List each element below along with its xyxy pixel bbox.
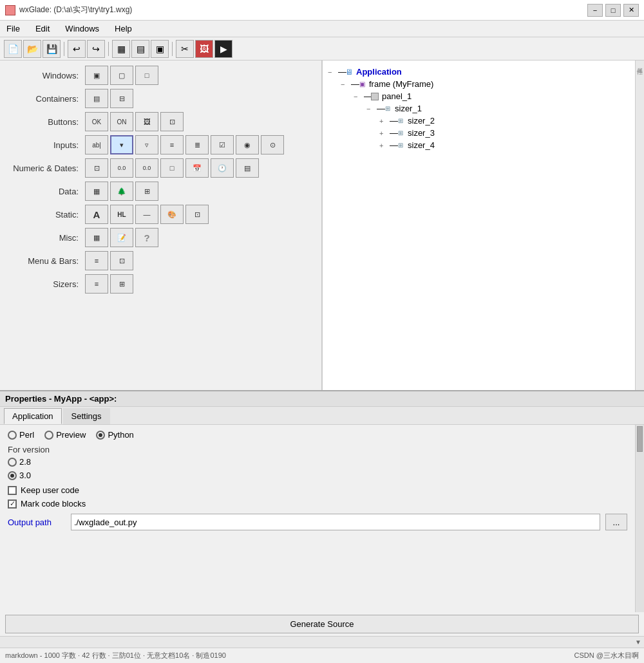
palette-splitter-btn[interactable]: ⊟ [110,89,133,108]
palette-gauge[interactable]: □ [160,158,184,178]
palette-toolbar-btn[interactable]: ⊡ [110,251,133,270]
palette-timepicker[interactable]: 🕐 [211,158,234,178]
menu-windows[interactable]: Windows [62,23,102,35]
palette-listbox[interactable]: ≣ [185,135,209,154]
palette-frame-btn[interactable]: ▣ [85,66,108,85]
palette-numctrl[interactable]: ▤ [236,158,259,178]
palette-btn-gen[interactable]: ⊡ [160,112,184,131]
generate-source-button[interactable]: Generate Source [5,615,639,633]
palette-staticline-v[interactable]: — [135,205,158,224]
radio-preview-label: Preview [56,430,86,440]
keep-user-code-row: Keep user code [8,485,627,495]
status-bar: markdown - 1000 字数 · 42 行数 · 三防01位 · 无意文… [0,648,644,663]
properties-header: Properties - MyApp - <app>: [0,391,644,407]
palette-btn-on[interactable]: ON [110,112,133,131]
palette-listctrl[interactable]: ▦ [85,182,108,201]
toolbar-view2[interactable]: ▤ [131,40,149,58]
radio-perl[interactable]: Perl [8,430,34,440]
palette-styledtext[interactable]: 📝 [110,228,133,247]
keep-user-code-checkbox[interactable] [8,486,17,495]
tab-application[interactable]: Application [4,408,62,424]
palette-radiobutton[interactable]: ◉ [236,135,259,154]
radio-perl-circle [8,431,17,440]
palette-bitmapbtn[interactable]: 🖼 [135,112,158,131]
radio-python-label: Python [108,430,133,440]
tree-frame-node[interactable]: − — ▣ frame (MyFrame) [341,78,630,90]
radio-preview[interactable]: Preview [44,430,86,440]
maximize-button[interactable]: □ [605,4,621,17]
toolbar-redo[interactable]: ↪ [87,40,105,58]
tree-sizer4-node[interactable]: + — ⊞ sizer_4 [379,139,630,151]
palette-staticbox[interactable]: ⊡ [185,205,209,224]
palette-statictext[interactable]: A [85,205,108,224]
output-path-input[interactable] [71,514,600,530]
palette-treectrl[interactable]: 🌲 [110,182,133,201]
tree-frame-children: − — panel_1 − — ⊞ sizer_1 [354,90,630,151]
tree-sizer2-node[interactable]: + — ⊞ sizer_2 [379,115,630,127]
menu-file[interactable]: File [4,23,23,35]
title-bar-controls: − □ ✕ [587,4,639,17]
palette-data-label: Data: [5,187,82,196]
palette-buttons-buttons: OK ON 🖼 ⊡ [85,112,184,131]
tree-sizer1-dash: — [377,104,381,113]
palette-panel-win-btn[interactable]: □ [135,66,158,85]
palette-staticbitmap[interactable]: 🎨 [160,205,184,224]
palette-datepicker[interactable]: 📅 [185,158,209,178]
toolbar-run[interactable]: ▶ [214,40,232,58]
palette-grid[interactable]: ⊞ [135,182,158,201]
toolbar-view1[interactable]: ▦ [112,40,130,58]
tree-sizer1-icon: ⊞ [383,104,392,113]
tree-application-node[interactable]: − — 🖥 Application [328,66,630,78]
properties-tabs: Application Settings [0,407,644,425]
radio-28[interactable]: 2.8 [8,457,627,467]
toolbar-undo[interactable]: ↩ [68,40,86,58]
output-path-browse-button[interactable]: ... [605,514,627,530]
toolbar-preview[interactable]: 🖼 [195,40,213,58]
toolbar-open[interactable]: 📂 [23,40,41,58]
palette-menubar-label: Menu & Bars: [5,256,82,266]
palette-staticline-h[interactable]: HL [110,205,133,224]
toolbar-view3[interactable]: ▣ [151,40,169,58]
tree-frame-label: frame (MyFrame) [369,79,433,89]
tab-settings[interactable]: Settings [63,408,110,424]
palette-choice[interactable]: ▿ [135,135,158,154]
toolbar-cut[interactable]: ✂ [176,40,194,58]
palette-combo[interactable]: ▾ [110,135,133,154]
palette-htmlwindow[interactable]: ▦ [85,228,108,247]
tree-panel1-node[interactable]: − — panel_1 [354,90,630,102]
radio-perl-label: Perl [19,430,34,440]
close-button[interactable]: ✕ [623,4,639,17]
minimize-button[interactable]: − [587,4,603,17]
palette-spinctrl[interactable]: ⊡ [85,158,108,178]
palette-unknown[interactable]: ? [135,228,158,247]
palette-gridsizer-btn[interactable]: ⊞ [110,274,133,294]
bottom-scrollbar[interactable]: ▼ [0,636,644,648]
menu-help[interactable]: Help [112,23,135,35]
radio-30[interactable]: 3.0 [8,471,627,480]
tree-sizer2-dash: — [390,116,393,126]
tree-panel1-label: panel_1 [382,91,412,101]
palette-boxsizer-btn[interactable]: ≡ [85,274,108,294]
palette-dialog-btn[interactable]: ▢ [110,66,133,85]
toolbar-new[interactable]: 📄 [4,40,22,58]
palette-textctrl[interactable]: ab| [85,135,108,154]
palette-checkbox[interactable]: ☑ [211,135,234,154]
palette-menubar-btn[interactable]: ≡ [85,251,108,270]
tree-panel1-dash: — [364,91,368,101]
tree-sizer3-node[interactable]: + — ⊞ sizer_3 [379,127,630,139]
prop-scrollbar[interactable] [635,425,644,612]
palette-notebook-btn[interactable]: ▤ [85,89,108,108]
tree-sizer1-node[interactable]: − — ⊞ sizer_1 [366,102,630,115]
mark-code-blocks-checkbox[interactable] [8,500,17,509]
palette-checklistbox[interactable]: ≡ [160,135,184,154]
right-edge-panel: 属 性 [635,61,644,390]
toolbar-save[interactable]: 💾 [43,40,61,58]
palette-spinbtn[interactable]: 0.0 [110,158,133,178]
palette-slider[interactable]: 0.0 [135,158,158,178]
radio-python[interactable]: Python [96,430,133,440]
palette-btn-ok[interactable]: OK [85,112,108,131]
tree-sizer1-label: sizer_1 [395,104,422,113]
menu-edit[interactable]: Edit [33,23,52,35]
palette-radiobox[interactable]: ⊙ [261,135,284,154]
scrollbar-thumb[interactable] [637,426,643,452]
